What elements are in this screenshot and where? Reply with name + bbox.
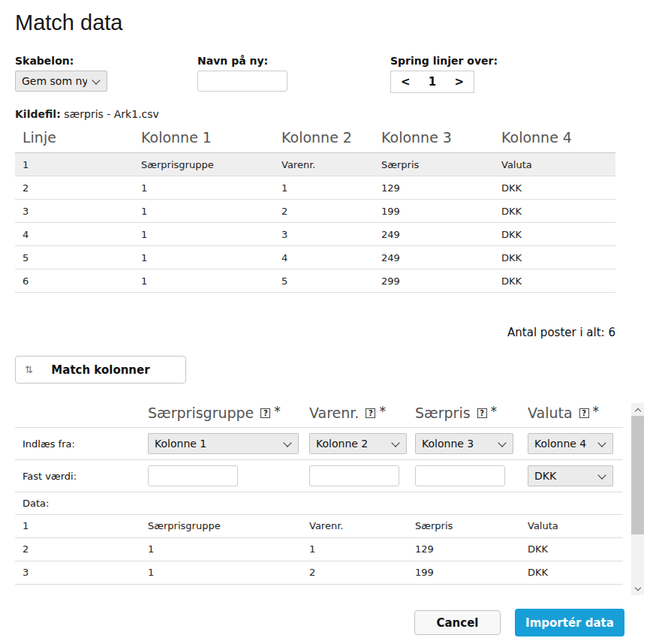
mapping-field-header: Særprisgruppe?* [148, 405, 309, 421]
cell: 129 [415, 538, 528, 561]
column-header: Kolonne 1 [134, 128, 274, 153]
fixed-value-input-saerprisgruppe[interactable] [148, 465, 238, 486]
table-row: 4 1 3 249 DKK [15, 223, 615, 246]
fixed-value-input-saerpris[interactable] [415, 465, 505, 486]
help-icon[interactable]: ? [366, 408, 375, 418]
cell: 1 [134, 223, 274, 246]
cell: Valuta [494, 153, 615, 176]
cell: Særprisgruppe [134, 153, 274, 176]
load-from-select-saerprisgruppe[interactable]: Kolonne 1 [148, 433, 299, 454]
field-name: Varenr. [309, 405, 359, 421]
fixed-value-cell [415, 465, 528, 486]
help-icon[interactable]: ? [579, 408, 589, 418]
cell: 1 [309, 538, 415, 561]
preview-header-row: Linje Kolonne 1 Kolonne 2 Kolonne 3 Kolo… [15, 128, 615, 153]
cell: DKK [528, 538, 623, 561]
select-wrap: Kolonne 2 [309, 433, 407, 454]
cell: 2 [15, 538, 148, 561]
table-row: 3 1 2 199 DKK [15, 200, 615, 223]
column-header: Kolonne 2 [274, 128, 374, 153]
fixed-value-input-varenr[interactable] [309, 465, 399, 486]
cell: Varenr. [309, 515, 415, 537]
cell: 3 [274, 223, 374, 246]
scroll-down-button[interactable] [631, 582, 644, 595]
scrollbar-thumb[interactable] [631, 416, 644, 534]
preview-table: Linje Kolonne 1 Kolonne 2 Kolonne 3 Kolo… [15, 128, 615, 293]
fixed-value-label: Fast værdi: [15, 471, 148, 482]
stepper-increment-button[interactable]: > [454, 75, 464, 89]
load-from-select-valuta[interactable]: Kolonne 4 [528, 433, 613, 454]
cell: Særpris [415, 515, 528, 537]
template-label: Skabelon: [15, 55, 197, 67]
load-from-select-saerpris[interactable]: Kolonne 3 [415, 433, 513, 454]
select-wrap: Kolonne 4 [528, 433, 613, 454]
cell: 4 [15, 223, 134, 246]
cell: 2 [274, 200, 374, 223]
fixed-value-select-valuta[interactable]: DKK [528, 465, 613, 486]
cell: DKK [528, 561, 623, 584]
cell: 249 [374, 246, 494, 269]
table-row: 6 1 5 299 DKK [15, 269, 615, 293]
mapping-data-row: 3 1 2 199 DKK [15, 561, 623, 585]
fixed-value-cell [148, 465, 309, 486]
cell: 1 [134, 200, 274, 223]
mapping-data-row: 1 Særprisgruppe Varenr. Særpris Valuta [15, 514, 623, 537]
cell: DKK [494, 176, 615, 200]
cell: 6 [15, 269, 134, 293]
source-file-value: særpris - Ark1.csv [64, 108, 159, 120]
mapping-field-header: Varenr.?* [309, 405, 415, 421]
table-row: 1 Særprisgruppe Varenr. Særpris Valuta [15, 153, 615, 176]
import-data-button[interactable]: Importér data [515, 609, 624, 636]
help-icon[interactable]: ? [477, 408, 487, 418]
cell: 5 [15, 246, 134, 269]
select-wrap: Kolonne 1 [148, 433, 299, 454]
cell: 4 [274, 246, 374, 269]
table-row: 5 1 4 249 DKK [15, 246, 615, 269]
cell: DKK [494, 269, 615, 293]
cell: 2 [15, 176, 134, 200]
mapping-data-row: 2 1 1 129 DKK [15, 537, 623, 561]
load-from-cell: Kolonne 4 [528, 433, 623, 454]
total-records-value: 6 [608, 326, 615, 339]
cell: 299 [374, 269, 494, 293]
load-from-select-varenr[interactable]: Kolonne 2 [309, 433, 407, 454]
cell: 1 [148, 538, 309, 561]
template-select[interactable]: Gem som ny [15, 71, 107, 92]
match-columns-button[interactable]: ⇅ Match kolonner [15, 356, 186, 384]
new-name-input[interactable] [197, 71, 287, 92]
scroll-up-button[interactable] [631, 403, 644, 416]
cell: 3 [15, 200, 134, 223]
fixed-value-cell [309, 465, 415, 486]
load-from-label: Indlæs fra: [15, 438, 148, 450]
required-marker: * [593, 404, 600, 419]
load-from-row: Indlæs fra: Kolonne 1 Kolonne 2 [15, 427, 623, 459]
cell: 1 [274, 176, 374, 200]
stepper-decrement-button[interactable]: < [401, 75, 411, 89]
cell: 1 [15, 153, 134, 176]
source-file-line: Kildefil: særpris - Ark1.csv [15, 108, 644, 120]
footer-actions: Cancel Importér data [15, 609, 644, 636]
data-label-row: Data: [15, 492, 623, 514]
fixed-value-cell: DKK [528, 465, 623, 486]
cancel-button[interactable]: Cancel [414, 610, 501, 635]
cell: 1 [134, 176, 274, 200]
top-form: Skabelon: Gem som ny Navn på ny: Spring … [15, 55, 644, 93]
required-marker: * [379, 404, 386, 419]
new-name-label: Navn på ny: [197, 55, 390, 67]
cell: Valuta [528, 515, 623, 537]
cell: 3 [15, 561, 148, 584]
cell: 1 [134, 269, 274, 293]
cell: 5 [274, 269, 374, 293]
chevron-down-icon [634, 584, 640, 590]
data-label: Data: [15, 498, 148, 509]
cell: Varenr. [274, 153, 374, 176]
skip-lines-label: Spring linjer over: [390, 55, 498, 67]
chevron-up-icon [634, 408, 640, 414]
total-records: Antal poster i alt: 6 [15, 326, 615, 339]
sort-arrows-icon: ⇅ [25, 364, 40, 375]
required-marker: * [491, 404, 498, 419]
match-columns-button-label: Match kolonner [40, 363, 176, 377]
vertical-scrollbar[interactable] [631, 403, 644, 595]
cell: 249 [374, 223, 494, 246]
help-icon[interactable]: ? [260, 408, 270, 418]
